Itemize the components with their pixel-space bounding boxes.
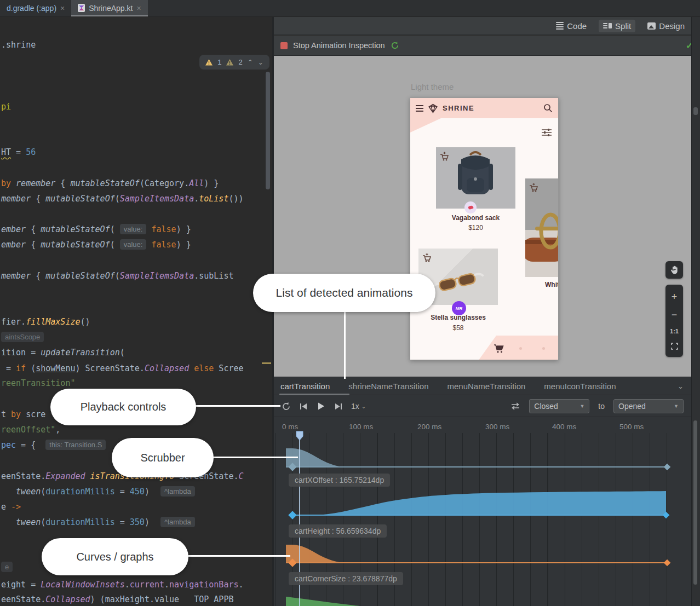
active-tab-underline xyxy=(279,394,349,395)
code-line: HT = 56 xyxy=(1,146,36,158)
menu-icon[interactable] xyxy=(416,105,423,112)
refresh-icon[interactable] xyxy=(391,41,399,50)
callout-curves-graphs: Curves / graphs xyxy=(42,538,188,575)
skip-to-start-icon[interactable] xyxy=(300,402,308,411)
to-state-value: Opened xyxy=(618,402,646,411)
search-icon[interactable] xyxy=(543,103,553,113)
prev-warning-icon[interactable]: ⌃ xyxy=(248,59,253,66)
curve-value-chip: cartXOffset : 165.75214dp xyxy=(289,474,390,487)
inspection-warnings-widget[interactable]: 1 2 ⌃ ⌄ xyxy=(199,55,269,70)
callout-scrubber: Scrubber xyxy=(112,438,214,477)
callout-playback-controls: Playback controls xyxy=(50,389,196,425)
skip-to-end-icon[interactable] xyxy=(334,402,342,411)
product-name: Vagabond sack xyxy=(436,214,515,222)
filter-tune-icon[interactable] xyxy=(542,128,552,137)
tab-shrineapp-kt[interactable]: ShrineApp.kt × xyxy=(71,0,147,16)
code-mode-button[interactable]: Code xyxy=(552,20,591,32)
stop-animation-inspection-label[interactable]: Stop Animation Inspection xyxy=(293,41,385,50)
zoom-in-button[interactable]: + xyxy=(672,292,678,302)
tab-shrine-name-transition[interactable]: shrineNameTransition xyxy=(348,382,428,391)
curve-cartCornerSize xyxy=(286,545,667,563)
playback-controls: 1x ⌄ Closed ▼ to Opened ▼ xyxy=(274,396,691,417)
warning-count-1: 1 xyxy=(217,58,221,66)
animation-inspection-bar: Stop Animation Inspection ✓ xyxy=(274,36,700,56)
product-card-belt[interactable] xyxy=(525,178,559,277)
code-line: ition = updateTransition( xyxy=(1,347,125,359)
code-line: eenState.Collapsed) (maxHeight.value TOP… xyxy=(1,593,233,605)
code-line: reenTransition" xyxy=(1,377,75,389)
zoom-to-fit-icon[interactable] xyxy=(671,343,678,350)
product-price: $120 xyxy=(436,224,515,232)
split-mode-icon xyxy=(603,23,612,28)
to-state-dropdown[interactable]: Opened ▼ xyxy=(613,399,684,413)
panel-vertical-scrollbar[interactable] xyxy=(693,420,697,585)
curve-value-chip: cartCornerSize : 23.678877dp xyxy=(289,572,403,585)
loop-icon[interactable] xyxy=(282,402,291,411)
curve-partial xyxy=(286,597,370,606)
close-icon[interactable]: × xyxy=(60,4,65,13)
product-price: $58 xyxy=(418,324,498,332)
play-icon[interactable] xyxy=(317,402,325,411)
stop-icon[interactable] xyxy=(280,42,288,49)
product-name: Stella sunglasses xyxy=(418,314,498,321)
code-line: aintsScope xyxy=(1,331,44,343)
theme-label: Light theme xyxy=(411,82,454,91)
code-line: fier.fillMaxSize() xyxy=(1,316,90,328)
code-line: = if (showMenu) ScreenState.Collapsed el… xyxy=(1,362,244,374)
chevron-down-icon: ⌄ xyxy=(362,403,366,409)
code-line: e -> xyxy=(1,501,21,513)
code-line: member { mutableStateOf(SampleItemsData.… xyxy=(1,270,233,282)
code-line: member { mutableStateOf(SampleItemsData.… xyxy=(1,193,244,205)
pan-tool-button[interactable] xyxy=(665,261,683,279)
design-mode-label: Design xyxy=(659,21,685,31)
close-icon[interactable]: × xyxy=(136,4,141,13)
callout-line-list xyxy=(344,311,346,379)
from-state-dropdown[interactable]: Closed ▼ xyxy=(529,399,589,413)
cart-item-dot xyxy=(519,347,522,350)
add-to-cart-icon[interactable] xyxy=(440,152,449,161)
keyframe-diamond[interactable] xyxy=(664,559,671,567)
design-mode-icon xyxy=(647,22,656,30)
preview-canvas[interactable]: Light theme Va xyxy=(274,56,691,377)
zoom-actual-size-button[interactable]: 1:1 xyxy=(670,328,679,334)
chevron-down-icon: ▼ xyxy=(674,403,679,409)
next-warning-icon[interactable]: ⌄ xyxy=(258,59,263,66)
chevron-down-icon: ▼ xyxy=(579,403,584,409)
weak-warning-icon xyxy=(226,59,233,66)
tab-menu-name-transition[interactable]: menuNameTransition xyxy=(447,382,525,391)
callout-line-scrubber xyxy=(213,457,298,458)
scrubber-handle[interactable] xyxy=(296,431,303,440)
cart-item-dot xyxy=(542,347,545,350)
animation-tabs: cartTransition shrineNameTransition menu… xyxy=(274,377,691,395)
kotlin-file-icon xyxy=(78,4,85,12)
editor-vertical-scrollbar[interactable] xyxy=(266,72,270,189)
split-mode-button[interactable]: Split xyxy=(599,20,635,32)
add-to-cart-icon[interactable] xyxy=(422,253,432,262)
callout-line-playback xyxy=(195,405,280,407)
code-line: ember { mutableStateOf( value: false) } xyxy=(1,223,191,235)
code-line: ember { mutableStateOf( value: false) } xyxy=(1,239,191,251)
zoom-out-button[interactable]: − xyxy=(672,310,678,320)
playback-speed-dropdown[interactable]: 1x ⌄ xyxy=(351,402,366,411)
product-name-truncated: Whit xyxy=(545,281,559,288)
cart-bottom-bar[interactable] xyxy=(478,336,559,360)
belt-image xyxy=(525,178,559,277)
brand-title: SHRINE xyxy=(443,104,474,112)
add-to-cart-icon[interactable] xyxy=(529,183,538,192)
tab-build-gradle[interactable]: d.gradle (:app) × xyxy=(0,0,71,16)
code-editor[interactable]: .shrinepiHT = 56by remember { mutableSta… xyxy=(0,17,272,606)
tab-cart-transition[interactable]: cartTransition xyxy=(280,382,330,391)
swap-states-icon[interactable] xyxy=(510,402,520,410)
tab-menu-icon-transition[interactable]: menuIconTransition xyxy=(544,382,616,391)
keyframe-diamond[interactable] xyxy=(664,464,671,471)
code-line: eight = LocalWindowInsets.current.naviga… xyxy=(1,579,244,591)
keyframe-diamond[interactable] xyxy=(288,511,297,520)
split-mode-label: Split xyxy=(615,21,631,31)
chevron-down-icon[interactable]: ⌄ xyxy=(678,382,684,390)
tab-build-gradle-label: d.gradle (:app) xyxy=(7,4,56,13)
design-mode-button[interactable]: Design xyxy=(643,20,689,32)
code-mode-label: Code xyxy=(567,21,587,31)
speed-value: 1x xyxy=(351,402,359,411)
product-card-vagabond[interactable] xyxy=(436,147,515,209)
app-bar-slant xyxy=(410,118,441,132)
